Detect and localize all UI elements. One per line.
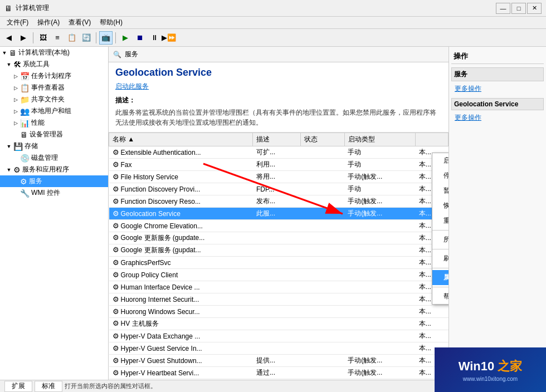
right-section-more-actions-1[interactable]: 更多操作 bbox=[451, 83, 544, 95]
ctx-separator-2 bbox=[432, 249, 448, 249]
sidebar-item-task-scheduler[interactable]: ▷ 📅 任务计划程序 bbox=[0, 70, 108, 82]
back-button[interactable]: ◀ bbox=[2, 31, 16, 45]
service-status-cell bbox=[300, 293, 344, 306]
service-desc-cell: 通过... bbox=[253, 367, 300, 379]
col-logon[interactable] bbox=[416, 133, 448, 146]
ctx-pause[interactable]: 暂停(U) bbox=[432, 183, 448, 198]
col-name[interactable]: 名称 ▲ bbox=[109, 133, 253, 146]
table-row[interactable]: ⚙Hyper-V Heartbeat Servi...通过...手动(触发...… bbox=[109, 367, 448, 379]
ctx-all-tasks[interactable]: 所有任务(K) ▶ bbox=[432, 232, 448, 247]
sidebar-item-label: 存储 bbox=[25, 141, 38, 151]
ctx-separator-1 bbox=[432, 230, 448, 231]
refresh-button[interactable]: 🔄 bbox=[80, 31, 93, 45]
service-logon-cell: 本... bbox=[416, 330, 448, 342]
sidebar-item-shared-folders[interactable]: ▷ 📁 共享文件夹 bbox=[0, 94, 108, 105]
expand-icon: ▼ bbox=[4, 165, 13, 174]
table-row[interactable]: ⚙Hyper-V PowerShell Dire...提供...手动(触发...… bbox=[109, 379, 448, 380]
minimize-button[interactable]: — bbox=[496, 3, 510, 14]
table-row[interactable]: ⚙Human Interface Device ...本... bbox=[109, 281, 448, 293]
expand-icon bbox=[11, 154, 20, 163]
service-name-cell: ⚙Hyper-V Data Exchange ... bbox=[109, 330, 253, 342]
sidebar-item-root[interactable]: ▼ 🖥 计算机管理(本地) bbox=[0, 47, 108, 58]
properties-button[interactable]: 📋 bbox=[65, 31, 79, 45]
show-hide-button[interactable]: 🖼 bbox=[36, 31, 50, 45]
service-startup-cell: 手动 bbox=[344, 146, 416, 159]
list-button[interactable]: ≡ bbox=[51, 31, 64, 45]
table-row[interactable]: ⚙Function Discovery Provi...FDP...手动本... bbox=[109, 183, 448, 195]
console-button[interactable]: 📺 bbox=[99, 31, 113, 45]
table-row[interactable]: ⚙Function Discovery Reso...发布...手动(触发...… bbox=[109, 195, 448, 208]
forward-button[interactable]: ▶ bbox=[17, 31, 30, 45]
resume-button[interactable]: ▶⏩ bbox=[162, 31, 176, 45]
sidebar-item-performance[interactable]: ▷ 📊 性能 bbox=[0, 117, 108, 129]
ctx-start[interactable]: 启动(S) bbox=[432, 153, 448, 168]
menu-file[interactable]: 文件(F) bbox=[2, 17, 33, 28]
sidebar-item-services-apps[interactable]: ▼ ⚙ 服务和应用程序 bbox=[0, 164, 108, 175]
ctx-separator-4 bbox=[432, 287, 448, 287]
status-text: 打开当前所选内容的属性对话框。 bbox=[65, 382, 157, 390]
sidebar-item-storage[interactable]: ▼ 💾 存储 bbox=[0, 140, 108, 152]
table-row[interactable]: ⚙GraphicsPerfSvc本... bbox=[109, 257, 448, 269]
ctx-help[interactable]: 帮助(H) bbox=[432, 289, 448, 304]
table-row[interactable]: ⚙Google 更新服务 (gupdate...本... bbox=[109, 232, 448, 244]
table-row[interactable]: ⚙File History Service将用...手动(触发...本... bbox=[109, 171, 448, 183]
col-startup[interactable]: 启动类型 bbox=[344, 133, 416, 146]
service-status-cell bbox=[300, 379, 344, 380]
service-status-cell bbox=[300, 159, 344, 171]
service-status-cell bbox=[300, 367, 344, 379]
service-name-cell: ⚙Google Chrome Elevation... bbox=[109, 220, 253, 232]
window-controls[interactable]: — □ ✕ bbox=[496, 3, 542, 14]
sidebar-item-disk-mgmt[interactable]: 💿 磁盘管理 bbox=[0, 152, 108, 164]
tab-extended[interactable]: 扩展 bbox=[4, 381, 32, 392]
start-service-link[interactable]: 启动此服务 bbox=[115, 82, 149, 90]
table-row[interactable]: ⚙Group Policy Client本... bbox=[109, 269, 448, 281]
col-status[interactable]: 状态 bbox=[300, 133, 344, 146]
table-row[interactable]: ⚙Hyper-V Guest Shutdown...提供...手动(触发...本… bbox=[109, 355, 448, 367]
stop-button[interactable]: ⏹ bbox=[133, 31, 147, 45]
sidebar-item-device-manager[interactable]: 🖥 设备管理器 bbox=[0, 129, 108, 140]
right-section-services-title: 服务 bbox=[451, 67, 544, 81]
sidebar-item-services[interactable]: ⚙ 服务 bbox=[0, 175, 108, 187]
menu-view[interactable]: 查看(V) bbox=[64, 17, 95, 28]
ctx-stop[interactable]: 停止(O) bbox=[432, 168, 448, 183]
menu-help[interactable]: 帮助(H) bbox=[95, 17, 127, 28]
ctx-restart[interactable]: 重新启动(E) bbox=[432, 213, 448, 228]
task-icon: 📅 bbox=[20, 72, 30, 81]
ctx-resume[interactable]: 恢复(M) bbox=[432, 198, 448, 213]
sidebar-item-wmi[interactable]: 🔧 WMI 控件 bbox=[0, 187, 108, 199]
right-section-geo-title: Geolocation Service bbox=[451, 98, 544, 110]
table-row[interactable]: ⚙Huorong Internet Securit...本... bbox=[109, 293, 448, 306]
table-row[interactable]: ⚙Google 更新服务 (gupdat...本... bbox=[109, 244, 448, 257]
sidebar-item-system-tools[interactable]: ▼ 🛠 系统工具 bbox=[0, 58, 108, 70]
menu-action[interactable]: 操作(A) bbox=[33, 17, 64, 28]
service-desc-cell: 发布... bbox=[253, 195, 300, 208]
tab-standard[interactable]: 标准 bbox=[35, 381, 62, 392]
sidebar-item-label: 任务计划程序 bbox=[31, 71, 71, 81]
ctx-properties[interactable]: 属性(R) bbox=[432, 270, 448, 285]
service-status-cell bbox=[300, 269, 344, 281]
sidebar-item-event-viewer[interactable]: ▷ 📋 事件查看器 bbox=[0, 82, 108, 94]
pause-button[interactable]: ⏸ bbox=[148, 31, 161, 45]
service-desc-cell bbox=[253, 342, 300, 355]
service-row-icon: ⚙ bbox=[113, 295, 119, 303]
maximize-button[interactable]: □ bbox=[511, 3, 526, 14]
search-bar: 🔍 服务 bbox=[109, 47, 448, 62]
col-desc[interactable]: 描述 bbox=[253, 133, 300, 146]
start-button[interactable]: ▶ bbox=[119, 31, 132, 45]
table-row[interactable]: ⚙Extensible Authentication...可扩...手动本... bbox=[109, 146, 448, 159]
table-row[interactable]: ⚙Huorong Windows Secur...本... bbox=[109, 306, 448, 318]
service-row-icon: ⚙ bbox=[113, 222, 119, 230]
ctx-refresh[interactable]: 刷新(F) bbox=[432, 251, 448, 266]
table-row[interactable]: ⚙Hyper-V Data Exchange ...本... bbox=[109, 330, 448, 342]
service-startup-cell bbox=[344, 306, 416, 318]
table-row[interactable]: ⚙HV 主机服务本... bbox=[109, 318, 448, 330]
sidebar-item-local-users[interactable]: ▷ 👥 本地用户和组 bbox=[0, 105, 108, 117]
table-row[interactable]: ⚙Fax利用...手动本... bbox=[109, 159, 448, 171]
service-startup-cell: 手动(触发... bbox=[344, 195, 416, 208]
search-label: 服务 bbox=[125, 50, 138, 59]
table-row[interactable]: ⚙Geolocation Service此服...手动(触发...本... bbox=[109, 208, 448, 220]
close-button[interactable]: ✕ bbox=[527, 3, 542, 14]
table-row[interactable]: ⚙Google Chrome Elevation...本... bbox=[109, 220, 448, 232]
right-section-more-actions-2[interactable]: 更多操作 bbox=[451, 112, 544, 124]
table-row[interactable]: ⚙Hyper-V Guest Service In...本... bbox=[109, 342, 448, 355]
